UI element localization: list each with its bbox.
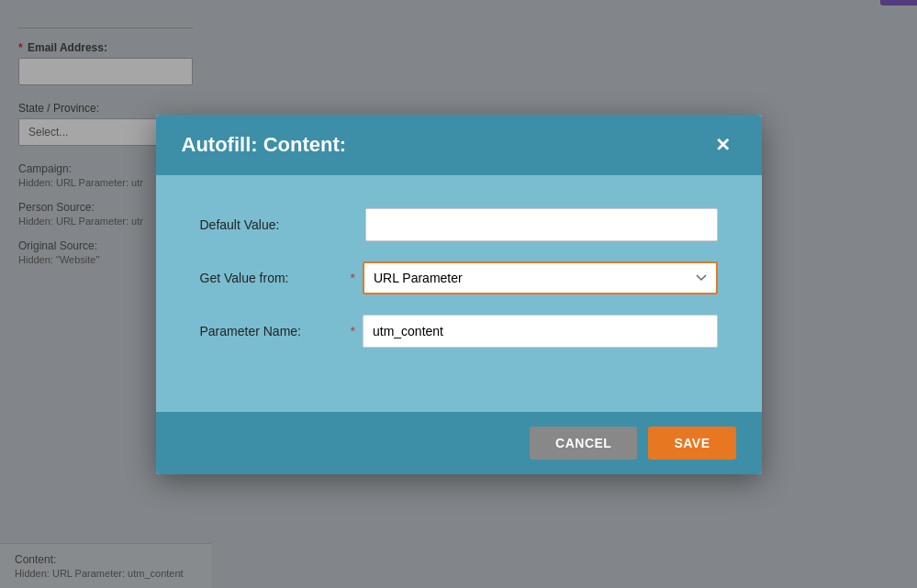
default-value-row: Default Value:	[200, 208, 718, 241]
save-button[interactable]: SAVE	[648, 427, 735, 460]
modal-title: Autofill: Content:	[182, 133, 347, 157]
modal-body: Default Value: Get Value from: * URL Par…	[156, 175, 762, 412]
modal-header: Autofill: Content: ✕	[156, 115, 762, 175]
parameter-name-input[interactable]	[363, 315, 718, 348]
default-value-input[interactable]	[365, 208, 718, 241]
modal-footer: CANCEL SAVE	[156, 412, 762, 474]
close-button[interactable]: ✕	[710, 134, 736, 156]
get-value-required: *	[351, 271, 355, 285]
parameter-name-label: Parameter Name:	[200, 324, 347, 338]
parameter-required: *	[351, 324, 355, 338]
get-value-select[interactable]: URL Parameter Cookie Form Field Session …	[363, 261, 718, 294]
get-value-label: Get Value from:	[200, 271, 347, 285]
modal-overlay: Autofill: Content: ✕ Default Value: Get …	[0, 0, 917, 588]
parameter-name-row: Parameter Name: *	[200, 315, 718, 348]
modal: Autofill: Content: ✕ Default Value: Get …	[156, 115, 762, 474]
cancel-button[interactable]: CANCEL	[530, 427, 637, 460]
get-value-row: Get Value from: * URL Parameter Cookie F…	[200, 261, 718, 294]
default-value-label: Default Value:	[200, 217, 347, 232]
